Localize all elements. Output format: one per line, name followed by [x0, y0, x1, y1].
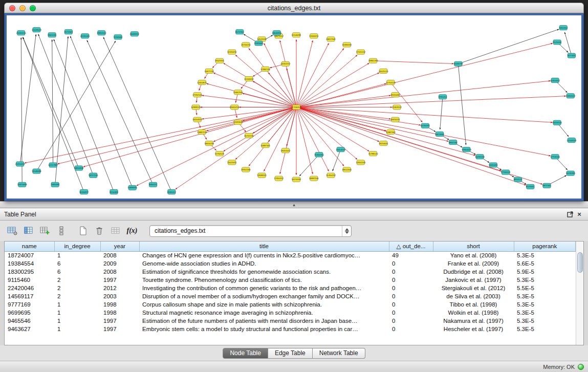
graph-node[interactable]: 12450871	[197, 80, 207, 85]
zoom-window-button[interactable]	[30, 5, 36, 11]
graph-node[interactable]: 15788122	[368, 151, 378, 156]
table-row[interactable]: 1456911722003Disruption of a novel membe…	[5, 292, 576, 300]
graph-node[interactable]: 9134044	[114, 35, 122, 39]
graph-node[interactable]: 15344450	[314, 152, 324, 157]
graph-node[interactable]: 8172341	[64, 30, 73, 34]
column-header-in-degree[interactable]: in_degree	[54, 242, 100, 251]
graph-node[interactable]: 12688321	[257, 173, 267, 178]
table-row[interactable]: 2242004622012Investigating the contribut…	[5, 284, 576, 292]
graph-node[interactable]: 13454223	[336, 147, 345, 152]
graph-node[interactable]: 16164877	[79, 189, 89, 194]
graph-node[interactable]: 9791213	[439, 95, 447, 99]
graph-node[interactable]: 9450122	[514, 177, 522, 182]
graph-node[interactable]: 18440212	[230, 105, 239, 110]
graph-node[interactable]: 18450233	[204, 141, 214, 146]
graph-node[interactable]: 17740123	[501, 170, 511, 174]
column-header-name[interactable]: name	[5, 242, 54, 251]
graph-node[interactable]: 19023311	[215, 58, 225, 63]
table-row[interactable]: 969969511998Structural magnetic resonanc…	[5, 309, 576, 317]
float-panel-icon[interactable]	[565, 210, 575, 219]
column-header-pagerank[interactable]: pagerank	[514, 242, 576, 251]
graph-node[interactable]: 16904223	[462, 147, 471, 152]
graph-node[interactable]: 7485083	[51, 182, 59, 187]
tab-edge-table[interactable]: Edge Table	[268, 348, 313, 359]
minimize-window-button[interactable]	[19, 5, 26, 11]
graph-node[interactable]: 10988123	[191, 105, 201, 110]
graph-node[interactable]: 11320450	[227, 50, 237, 54]
graph-node[interactable]: 16025125	[379, 69, 388, 73]
table-scrollbar[interactable]	[576, 242, 583, 345]
graph-node[interactable]: 12144281	[292, 33, 301, 37]
row-height-icon[interactable]	[54, 224, 69, 237]
graph-node[interactable]: 9154469	[110, 189, 118, 194]
network-window-titlebar[interactable]: citations_edges.txt	[4, 3, 584, 13]
tab-node-table[interactable]: Node Table	[223, 348, 268, 359]
graph-node[interactable]: 19455012	[280, 148, 290, 153]
close-window-button[interactable]	[9, 5, 15, 11]
graph-node[interactable]: 16203110	[552, 120, 562, 125]
graph-node[interactable]: 19853122	[97, 31, 106, 35]
graph-node[interactable]: 8183044	[254, 41, 263, 46]
graph-node[interactable]: 11684203	[342, 42, 352, 47]
graph-node[interactable]: 10235991	[565, 171, 575, 176]
graph-node[interactable]: 17450112	[274, 176, 284, 181]
table-row[interactable]: 977716911998Corpus callosum shape and si…	[5, 300, 576, 309]
graph-node[interactable]: 15023411	[227, 160, 237, 165]
column-header-short[interactable]: short	[433, 242, 514, 251]
graph-node[interactable]: 15662341	[233, 90, 243, 95]
graph-node[interactable]: 10886931	[127, 185, 137, 190]
graph-node[interactable]: 17015112	[356, 50, 366, 54]
graph-node[interactable]: 15309122	[392, 105, 402, 110]
graph-node[interactable]: 25160550	[16, 31, 26, 35]
graph-node[interactable]: 18012341	[342, 167, 352, 172]
graph-node[interactable]: 12104554	[567, 138, 576, 143]
table-row[interactable]: 946554611997Estimation of the future num…	[5, 317, 576, 325]
graph-node[interactable]: 8572310	[235, 30, 244, 34]
graph-node[interactable]: 12217987	[48, 163, 58, 167]
graph-node[interactable]: 19861332	[368, 58, 378, 63]
graph-node[interactable]: 14450312	[550, 78, 560, 83]
graph-node[interactable]: 14850938	[74, 166, 84, 170]
close-panel-icon[interactable]: ×	[575, 210, 584, 219]
graph-node[interactable]: 8123401	[526, 184, 535, 189]
table-row[interactable]: 911546021997Tourette syndrome. Phenomeno…	[5, 276, 576, 284]
split-divider[interactable]: ▴	[0, 201, 588, 208]
graph-node[interactable]: 16791971	[420, 123, 430, 128]
graph-node[interactable]: 17332140	[192, 93, 202, 97]
graph-node[interactable]: 11548498	[32, 169, 41, 173]
column-header-title[interactable]: title	[139, 242, 389, 251]
graph-node[interactable]: 12754123	[386, 80, 396, 85]
graph-node[interactable]: 21254419	[15, 162, 25, 166]
graph-node[interactable]: 10235134	[475, 155, 485, 159]
graph-node[interactable]: 16722130	[244, 133, 254, 138]
graph-node[interactable]: 15877231	[204, 69, 214, 73]
column-header-out-de[interactable]: △ out_de...	[389, 242, 433, 251]
graph-node[interactable]: 20817341	[326, 37, 336, 41]
graph-node[interactable]: 9862140	[449, 140, 458, 145]
graph-node[interactable]: 19312240	[241, 167, 251, 172]
graph-node[interactable]: 19234011	[379, 141, 388, 146]
edit-columns-icon[interactable]	[38, 224, 52, 237]
graph-node[interactable]: 14613461	[435, 132, 445, 136]
graph-node[interactable]: 12887340	[386, 129, 396, 134]
graph-node[interactable]: 10887341	[260, 143, 270, 148]
graph-node[interactable]: 18200432	[390, 93, 400, 97]
select-columns-icon[interactable]	[21, 224, 36, 237]
graph-node[interactable]: 9277431	[568, 53, 576, 58]
new-document-icon[interactable]	[76, 224, 90, 237]
graph-node[interactable]: 16083312	[129, 32, 139, 36]
graph-node[interactable]: 16744210	[241, 42, 251, 47]
graph-node[interactable]: 9125034	[553, 40, 561, 45]
import-table-icon[interactable]	[108, 224, 123, 237]
graph-node[interactable]: 16887240	[309, 176, 319, 181]
graph-node[interactable]: 11764125	[215, 151, 225, 156]
graph-node[interactable]: 13562240	[356, 160, 366, 165]
graph-node[interactable]: 17882130	[260, 67, 270, 71]
table-row[interactable]: 1872400712008Changes of HCN gene express…	[5, 251, 576, 259]
graph-node[interactable]: 9450312	[559, 26, 568, 30]
column-header-year[interactable]: year	[100, 242, 139, 251]
table-row[interactable]: 1938455462009Genome-wide association stu…	[5, 259, 576, 268]
graph-node[interactable]: 14302212	[280, 61, 290, 66]
graph-node[interactable]: 15953122	[565, 94, 575, 98]
tab-network-table[interactable]: Network Table	[313, 348, 365, 359]
